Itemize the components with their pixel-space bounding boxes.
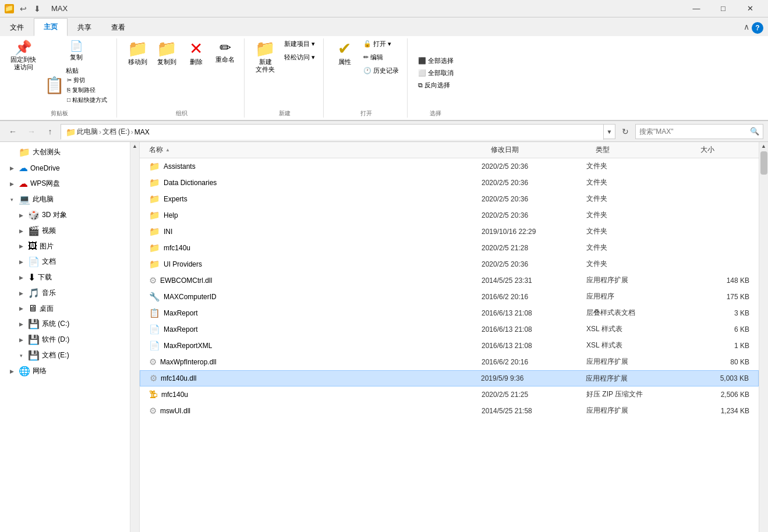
expand-icon: ▶ (16, 211, 26, 220)
main-scrollbar[interactable]: ▲ (759, 142, 768, 532)
file-name: EWBCOMCtrl.dll (160, 276, 212, 285)
new-folder-button[interactable]: 📁 新建文件夹 (252, 38, 279, 76)
file-type: 好压 ZIP 压缩文件 (586, 389, 691, 399)
col-header-type[interactable]: 类型 (591, 142, 696, 158)
open-button[interactable]: 🔓 打开 ▾ (360, 38, 402, 49)
file-row[interactable]: 🗜 mfc140u 2020/2/5 21:25 好压 ZIP 压缩文件 2,5… (140, 386, 759, 403)
up-button[interactable]: ↑ (42, 123, 58, 140)
sidebar-item-video[interactable]: ▶ 🎬 视频 (0, 223, 130, 239)
col-header-date[interactable]: 修改日期 (486, 142, 591, 158)
file-name: Data Dictionaries (164, 179, 217, 187)
easy-access-button[interactable]: 轻松访问 ▾ (281, 52, 318, 63)
copy-to-button[interactable]: 📁 复制到 (153, 38, 181, 68)
minimize-button[interactable]: — (683, 0, 710, 17)
expand-icon: ▶ (16, 320, 26, 329)
file-row[interactable]: ⚙ MaxWpfInterop.dll 2016/6/2 20:16 应用程序扩… (140, 354, 759, 370)
file-row[interactable]: 📁 Help 2020/2/5 20:36 文件夹 (140, 207, 759, 224)
file-row[interactable]: 📁 Experts 2020/2/5 20:36 文件夹 (140, 191, 759, 207)
refresh-button[interactable]: ↻ (618, 124, 633, 139)
invert-selection-button[interactable]: ⧉ 反向选择 (415, 80, 454, 91)
search-box[interactable]: 🔍 (635, 124, 763, 139)
sidebar-item-drive-c[interactable]: ▶ 💾 系统 (C:) (0, 316, 130, 332)
file-type: 文件夹 (586, 243, 691, 253)
forward-button[interactable]: → (23, 123, 40, 140)
history-button[interactable]: 🕐 历史记录 (360, 65, 402, 76)
copy-button[interactable]: 📄 复制 (41, 38, 112, 63)
qat-btn-1[interactable]: ↩ (17, 3, 29, 15)
properties-button[interactable]: ✔ 属性 (331, 38, 359, 68)
qat-btn-2[interactable]: ⬇ (31, 3, 43, 15)
cut-button[interactable]: ✂ 剪切 (66, 76, 108, 85)
sidebar-item-3d[interactable]: ▶ 🎲 3D 对象 (0, 207, 130, 223)
sidebar-item-downloads[interactable]: ▶ ⬇ 下载 (0, 269, 130, 285)
select-all-button[interactable]: ⬛ 全部选择 (415, 55, 457, 66)
ribbon-collapse-button[interactable]: ∧ (744, 22, 749, 31)
sidebar-item-desktop[interactable]: ▶ 🖥 桌面 (0, 301, 130, 316)
move-icon: 📁 (128, 41, 148, 57)
tab-home[interactable]: 主页 (34, 18, 68, 36)
paste-button[interactable]: 📋 粘贴 ✂ 剪切 ⎘ 复制路径 □ 粘贴快捷方式 (41, 64, 112, 107)
edit-button[interactable]: ✏ 编辑 (360, 52, 402, 63)
file-name: MaxWpfInterop.dll (160, 358, 217, 366)
sidebar-item-music[interactable]: ▶ 🎵 音乐 (0, 285, 130, 301)
scroll-thumb[interactable] (760, 151, 767, 175)
rename-button[interactable]: ✏ 重命名 (211, 38, 239, 66)
file-row[interactable]: 📁 Data Dictionaries 2020/2/5 20:36 文件夹 (140, 175, 759, 191)
sidebar-item-dachuang[interactable]: 📁 大创测头 (0, 144, 130, 160)
select-none-button[interactable]: ⬜ 全部取消 (415, 68, 457, 79)
close-button[interactable]: ✕ (737, 0, 763, 17)
pin-quick-access-button[interactable]: 📌 固定到快速访问 (7, 38, 40, 73)
file-row[interactable]: 📁 Assistants 2020/2/5 20:36 文件夹 (140, 158, 759, 175)
file-row[interactable]: ⚙ EWBCOMCtrl.dll 2014/5/25 23:31 应用程序扩展 … (140, 272, 759, 289)
tab-view[interactable]: 查看 (101, 19, 135, 36)
file-row[interactable]: ⚙ mfc140u.dll 2019/5/9 9:36 应用程序扩展 5,003… (140, 370, 759, 386)
file-name: Help (164, 211, 178, 219)
move-to-button[interactable]: 📁 移动到 (124, 38, 152, 68)
file-row[interactable]: 📁 INI 2019/10/16 22:29 文件夹 (140, 224, 759, 240)
sidebar-scroll-up[interactable]: ▲ (132, 143, 137, 149)
main-area: 📁 大创测头 ▶ ☁ OneDrive ▶ ☁ WPS网盘 ▾ 💻 此电脑 (0, 142, 768, 532)
col-header-name[interactable]: 名称 ▲ (144, 142, 486, 158)
scroll-up-btn[interactable]: ▲ (759, 142, 768, 150)
sidebar-item-onedrive[interactable]: ▶ ☁ OneDrive (0, 160, 130, 176)
sidebar-item-thispc[interactable]: ▾ 💻 此电脑 (0, 191, 130, 207)
file-row[interactable]: 📁 UI Providers 2020/2/5 20:36 文件夹 (140, 256, 759, 272)
expand-icon: ▶ (16, 242, 26, 251)
sidebar-scroll[interactable]: ▲ (130, 142, 140, 532)
paste-shortcut-button[interactable]: □ 粘贴快捷方式 (66, 95, 108, 105)
expand-icon: ▶ (7, 179, 16, 189)
col-header-size[interactable]: 大小 (696, 142, 754, 158)
address-dropdown-button[interactable]: ▼ (603, 125, 615, 140)
clipboard-label: 剪贴板 (51, 109, 68, 118)
organize-label: 组织 (176, 109, 187, 118)
address-input-container[interactable]: 📁 此电脑 › 文档 (E:) › MAX ▼ (61, 124, 615, 139)
sidebar-item-wps[interactable]: ▶ ☁ WPS网盘 (0, 176, 130, 191)
maximize-button[interactable]: □ (710, 0, 737, 17)
delete-icon: ✕ (189, 41, 203, 57)
select-items: ⬛ 全部选择 ⬜ 全部取消 ⧉ 反向选择 (415, 38, 457, 107)
sidebar-item-pictures[interactable]: ▶ 🖼 图片 (0, 239, 130, 254)
file-row[interactable]: ⚙ mswUI.dll 2014/5/25 21:58 应用程序扩展 1,234… (140, 403, 759, 419)
file-row[interactable]: 📋 MaxReport 2016/6/13 21:08 层叠样式表文档 3 KB (140, 305, 759, 321)
search-input[interactable] (639, 127, 748, 136)
expand-icon: ▶ (16, 304, 26, 313)
copy-path-button[interactable]: ⎘ 复制路径 (66, 86, 108, 95)
delete-button[interactable]: ✕ 删除 (182, 38, 210, 68)
file-row[interactable]: 📄 MaxReportXML 2016/6/13 21:08 XSL 样式表 1… (140, 338, 759, 354)
sidebar-item-drive-e[interactable]: ▾ 💾 文档 (E:) (0, 347, 130, 363)
sidebar-item-network[interactable]: ▶ 🌐 网络 (0, 363, 130, 379)
wps-icon: ☁ (19, 178, 28, 189)
address-input[interactable]: 📁 此电脑 › 文档 (E:) › MAX (61, 125, 603, 140)
search-icon[interactable]: 🔍 (750, 127, 759, 136)
sidebar-item-drive-d[interactable]: ▶ 💾 软件 (D:) (0, 332, 130, 347)
file-row[interactable]: 📁 mfc140u 2020/2/5 21:28 文件夹 (140, 240, 759, 256)
tab-file[interactable]: 文件 (0, 19, 34, 36)
help-button[interactable]: ? (752, 22, 763, 34)
tab-share[interactable]: 共享 (68, 19, 101, 36)
sidebar-item-docs[interactable]: ▶ 📄 文档 (0, 254, 130, 269)
ribbon-group-select: ⬛ 全部选择 ⬜ 全部取消 ⧉ 反向选择 选择 (412, 38, 462, 118)
file-row[interactable]: 🔧 MAXComputerID 2016/6/2 20:16 应用程序 175 … (140, 289, 759, 305)
back-button[interactable]: ← (5, 123, 21, 140)
new-item-button[interactable]: 新建项目 ▾ (281, 38, 318, 49)
file-row[interactable]: 📄 MaxReport 2016/6/13 21:08 XSL 样式表 6 KB (140, 321, 759, 338)
